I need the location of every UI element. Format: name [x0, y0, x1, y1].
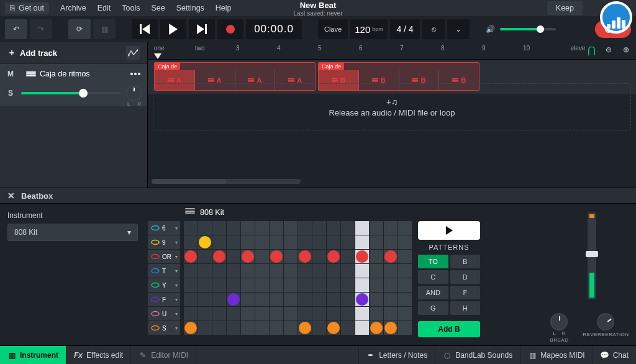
beat-cell[interactable]: [341, 307, 355, 321]
beat-cell[interactable]: [241, 278, 255, 292]
beat-cell[interactable]: [398, 293, 412, 306]
beat-cell[interactable]: [241, 250, 255, 263]
beat-cell[interactable]: [184, 307, 198, 321]
beat-cell[interactable]: [270, 235, 283, 249]
beat-cell[interactable]: [327, 293, 340, 306]
pattern-button[interactable]: F: [450, 286, 481, 299]
beat-cell[interactable]: [284, 278, 298, 292]
beat-cell[interactable]: [284, 293, 298, 306]
play-button[interactable]: [160, 19, 186, 39]
beat-cell[interactable]: [341, 221, 355, 235]
row-dropdown-icon[interactable]: ▾: [175, 268, 178, 274]
beat-cell[interactable]: [370, 235, 383, 249]
track-header[interactable]: M Caja de ritmos: [0, 64, 147, 83]
beat-cell[interactable]: [255, 235, 269, 249]
beat-row-head[interactable]: F▾: [148, 293, 180, 306]
menu-item-settings[interactable]: Settings: [176, 4, 204, 12]
beat-cell[interactable]: [384, 278, 398, 292]
beat-cell[interactable]: [255, 307, 269, 321]
beat-cell[interactable]: [212, 321, 226, 335]
beat-cell[interactable]: [384, 221, 398, 235]
beat-cell[interactable]: [212, 235, 226, 249]
beat-cell[interactable]: [255, 321, 269, 335]
beat-cell[interactable]: [298, 250, 312, 263]
beat-cell[interactable]: [384, 293, 398, 306]
beat-cell[interactable]: [355, 321, 369, 335]
beat-grid[interactable]: [184, 221, 412, 337]
beat-cell[interactable]: [398, 307, 412, 321]
beat-cell[interactable]: [227, 250, 240, 263]
beat-cell[interactable]: [384, 307, 398, 321]
beat-row-head[interactable]: T▾: [148, 264, 180, 278]
redo-button[interactable]: ↷: [30, 19, 52, 39]
undo-button[interactable]: ↶: [5, 19, 27, 39]
beat-cell[interactable]: [312, 264, 326, 278]
beat-cell[interactable]: [241, 321, 255, 335]
beat-row-head[interactable]: Y▾: [148, 278, 180, 292]
timeline[interactable]: onetwo345678910 eleven ⋂ ⊖ ⊕ Caja deAAAA…: [148, 42, 636, 188]
row-dropdown-icon[interactable]: ▾: [175, 311, 178, 317]
metronome-button[interactable]: ▥: [93, 19, 116, 39]
beat-cell[interactable]: [284, 321, 298, 335]
beat-cell[interactable]: [398, 250, 412, 263]
beat-cell[interactable]: [327, 278, 340, 292]
beat-cell[interactable]: [341, 293, 355, 306]
beat-cell[interactable]: [241, 235, 255, 249]
chat-button[interactable]: 💬 Chat: [593, 346, 636, 364]
beat-cell[interactable]: [312, 278, 326, 292]
getout-button[interactable]: ⎘ Get out: [5, 2, 49, 14]
menu-item-help[interactable]: Help: [216, 4, 232, 12]
beat-cell[interactable]: [298, 264, 312, 278]
timeline-ruler[interactable]: onetwo345678910 eleven ⋂ ⊖ ⊕: [148, 42, 636, 60]
beat-row-head[interactable]: U▾: [148, 307, 180, 321]
beat-cell[interactable]: [355, 250, 369, 263]
beat-cell[interactable]: [370, 264, 383, 278]
beat-cell[interactable]: [298, 321, 312, 335]
beat-cell[interactable]: [355, 293, 369, 306]
beat-cell[interactable]: [284, 221, 298, 235]
midi-map-button[interactable]: ▥ Mapeos MIDI: [520, 346, 592, 364]
beat-cell[interactable]: [198, 278, 212, 292]
track-pan-knob[interactable]: [126, 85, 142, 101]
row-dropdown-icon[interactable]: ▾: [175, 297, 178, 303]
beat-cell[interactable]: [227, 235, 240, 249]
beat-cell[interactable]: [370, 293, 383, 306]
beat-cell[interactable]: [270, 250, 283, 263]
loop-button[interactable]: ⟳: [68, 19, 91, 39]
beat-cell[interactable]: [341, 250, 355, 263]
beat-cell[interactable]: [384, 250, 398, 263]
menu-item-tools[interactable]: Tools: [122, 4, 140, 12]
beat-cell[interactable]: [227, 278, 240, 292]
scroll-thumb[interactable]: [152, 179, 226, 184]
beat-cell[interactable]: [227, 221, 240, 235]
beat-cell[interactable]: [398, 221, 412, 235]
beat-cell[interactable]: [312, 235, 326, 249]
beat-cell[interactable]: [370, 321, 383, 335]
logo-icon[interactable]: [600, 1, 632, 34]
add-track-button[interactable]: ＋ Add track: [0, 42, 147, 64]
beat-cell[interactable]: [227, 293, 240, 306]
row-dropdown-icon[interactable]: ▾: [175, 283, 178, 288]
beat-cell[interactable]: [341, 278, 355, 292]
beat-cell[interactable]: [227, 321, 240, 335]
pattern-button[interactable]: TO: [418, 255, 448, 268]
automation-icon[interactable]: [126, 46, 140, 60]
beat-cell[interactable]: [327, 264, 340, 278]
beat-cell[interactable]: [241, 264, 255, 278]
menu-item-archive[interactable]: Archive: [60, 4, 86, 12]
tab-effects[interactable]: Fx Effects edit: [66, 346, 131, 364]
beat-cell[interactable]: [341, 321, 355, 335]
beat-cell[interactable]: [227, 264, 240, 278]
tab-midi-editor[interactable]: ✎ Editor MIDI: [131, 346, 196, 364]
beat-cell[interactable]: [370, 250, 383, 263]
beat-cell[interactable]: [184, 221, 198, 235]
beat-cell[interactable]: [384, 321, 398, 335]
track-menu-button[interactable]: [129, 73, 142, 75]
beat-cell[interactable]: [355, 235, 369, 249]
beat-cell[interactable]: [270, 293, 283, 306]
master-volume[interactable]: 🔊: [486, 25, 556, 34]
beat-cell[interactable]: [184, 321, 198, 335]
beat-cell[interactable]: [355, 264, 369, 278]
output-level-slider[interactable]: [588, 212, 596, 299]
beat-cell[interactable]: [327, 307, 340, 321]
